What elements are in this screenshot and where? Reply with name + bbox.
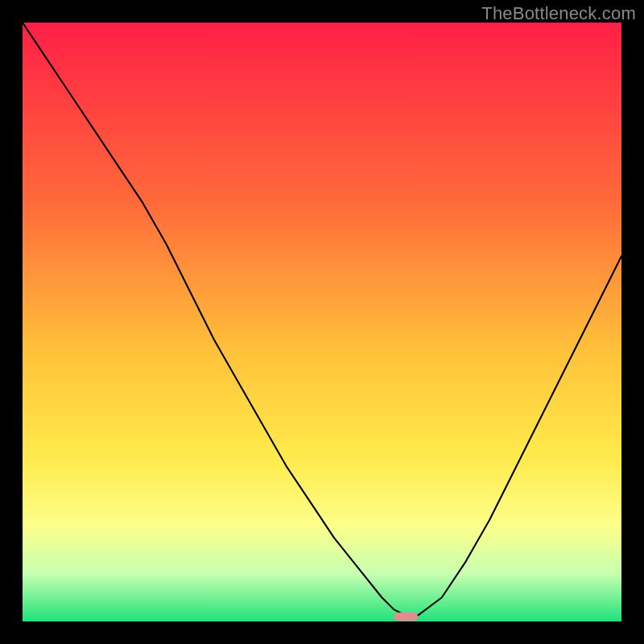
gradient-background — [23, 23, 621, 621]
bottleneck-chart — [23, 23, 621, 621]
watermark-text: TheBottleneck.com — [481, 3, 636, 24]
optimal-marker — [394, 613, 418, 621]
chart-frame: TheBottleneck.com — [0, 0, 644, 644]
